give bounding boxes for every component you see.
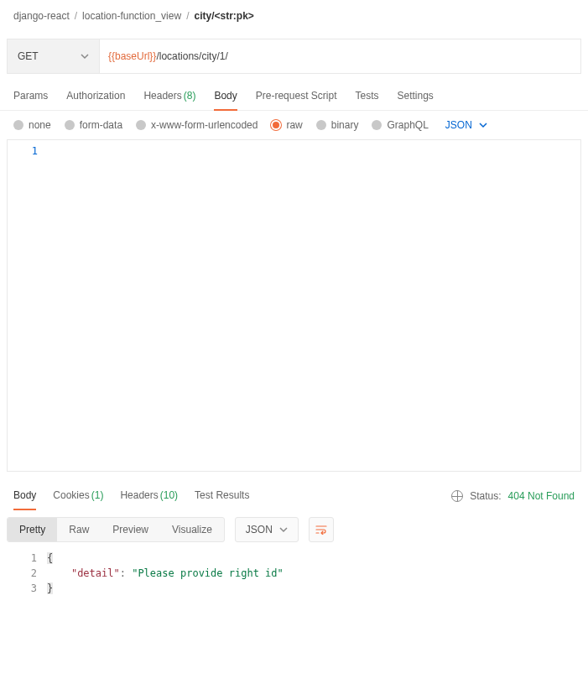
response-status: Status: 404 Not Found [451, 490, 575, 502]
response-header-row: Body Cookies (1) Headers (10) Test Resul… [0, 482, 588, 510]
body-type-none[interactable]: none [13, 119, 51, 131]
body-type-label: form-data [80, 119, 122, 131]
body-lang-select[interactable]: JSON [445, 119, 487, 131]
json-colon: : [120, 567, 132, 579]
radio-icon [316, 120, 326, 130]
radio-icon [13, 120, 23, 130]
line-number: 1 [8, 145, 38, 157]
body-type-binary[interactable]: binary [316, 119, 359, 131]
view-visualize-button[interactable]: Visualize [160, 518, 224, 541]
wrap-lines-button[interactable] [309, 517, 334, 542]
chevron-down-icon [81, 52, 89, 60]
radio-icon [65, 120, 75, 130]
response-tabs: Body Cookies (1) Headers (10) Test Resul… [13, 482, 249, 510]
editor-gutter: 1 [8, 140, 48, 471]
json-brace: } [47, 582, 53, 594]
http-method-label: GET [18, 50, 39, 62]
line-number: 2 [7, 566, 37, 581]
status-label: Status: [470, 490, 501, 502]
radio-icon [372, 120, 382, 130]
json-key: "detail" [71, 567, 120, 579]
body-type-label: binary [331, 119, 359, 131]
body-type-label: raw [286, 119, 302, 131]
body-type-label: none [29, 119, 51, 131]
line-number: 1 [7, 551, 37, 566]
body-type-graphql[interactable]: GraphQL [372, 119, 428, 131]
url-variable: {{baseUrl}} [108, 50, 156, 62]
body-type-formdata[interactable]: form-data [65, 119, 122, 131]
status-code: 404 Not Found [508, 490, 575, 502]
breadcrumb-item-collection[interactable]: django-react [13, 10, 70, 22]
body-type-label: GraphQL [387, 119, 428, 131]
response-lang-select[interactable]: JSON [235, 517, 299, 542]
tab-headers-label: Headers [143, 90, 181, 102]
response-tab-cookies[interactable]: Cookies (1) [53, 482, 103, 510]
tab-authorization[interactable]: Authorization [66, 82, 125, 111]
request-tabs: Params Authorization Headers (8) Body Pr… [0, 82, 588, 111]
radio-icon [136, 120, 146, 130]
tab-body[interactable]: Body [214, 82, 237, 111]
line-number: 3 [7, 581, 37, 596]
wrap-icon [315, 525, 327, 535]
response-body-content: { "detail": "Please provide right id" } [47, 549, 581, 598]
response-tab-body[interactable]: Body [13, 482, 36, 510]
view-preview-button[interactable]: Preview [101, 518, 160, 541]
globe-icon[interactable] [451, 490, 463, 502]
view-pretty-button[interactable]: Pretty [8, 518, 57, 541]
response-tab-cookies-label: Cookies [53, 489, 89, 501]
response-tab-tests[interactable]: Test Results [195, 482, 249, 510]
body-type-label: x-www-form-urlencoded [151, 119, 258, 131]
tab-params[interactable]: Params [13, 82, 48, 111]
tab-settings[interactable]: Settings [398, 82, 434, 111]
radio-icon [271, 120, 281, 130]
http-method-select[interactable]: GET [8, 39, 100, 73]
request-bar: GET {{baseUrl}}/locations/city/1/ [7, 39, 581, 74]
tab-tests[interactable]: Tests [355, 82, 378, 111]
breadcrumb: django-react / location-function_view / … [0, 0, 588, 32]
breadcrumb-item-folder[interactable]: location-function_view [82, 10, 181, 22]
response-view-row: Pretty Raw Preview Visualize JSON [0, 510, 588, 549]
editor-content[interactable] [48, 140, 580, 471]
response-lang-label: JSON [246, 524, 273, 535]
view-raw-button[interactable]: Raw [57, 518, 101, 541]
response-body-editor[interactable]: 1 2 3 { "detail": "Please provide right … [7, 549, 581, 598]
request-url-input[interactable]: {{baseUrl}}/locations/city/1/ [100, 39, 580, 73]
url-path: /locations/city/1/ [156, 50, 227, 62]
response-view-toggle: Pretty Raw Preview Visualize [7, 517, 225, 542]
body-type-raw[interactable]: raw [271, 119, 302, 131]
response-tab-headers-count: (10) [160, 489, 178, 501]
response-tab-headers[interactable]: Headers (10) [120, 482, 178, 510]
breadcrumb-separator: / [75, 10, 77, 22]
breadcrumb-separator: / [186, 10, 189, 22]
breadcrumb-item-request[interactable]: city/<str:pk> [194, 10, 253, 22]
body-lang-label: JSON [445, 119, 472, 131]
request-body-editor[interactable]: 1 [7, 139, 581, 472]
response-tab-cookies-count: (1) [91, 489, 104, 501]
response-tab-headers-label: Headers [120, 489, 158, 501]
chevron-down-icon [479, 121, 487, 129]
json-string: "Please provide right id" [132, 567, 284, 579]
tab-headers[interactable]: Headers (8) [143, 82, 195, 111]
chevron-down-icon [279, 525, 288, 534]
response-gutter: 1 2 3 [7, 549, 47, 598]
tab-headers-count: (8) [184, 90, 196, 102]
body-type-xwww[interactable]: x-www-form-urlencoded [136, 119, 258, 131]
body-type-selector: none form-data x-www-form-urlencoded raw… [0, 111, 588, 139]
json-brace: { [47, 552, 53, 564]
tab-prerequest[interactable]: Pre-request Script [256, 82, 337, 111]
